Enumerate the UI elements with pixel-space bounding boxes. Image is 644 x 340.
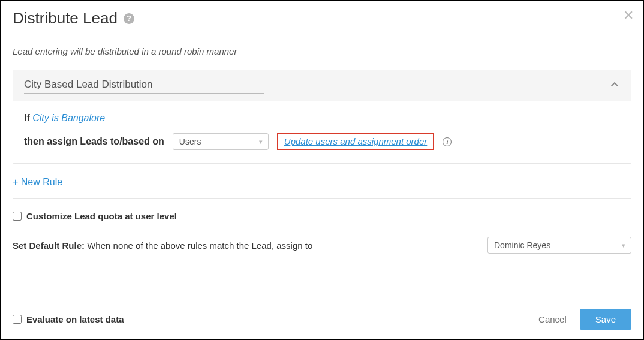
- rule-card-header[interactable]: [13, 70, 631, 101]
- update-assignment-link[interactable]: Update users and assignment order: [284, 136, 427, 146]
- chevron-down-icon: ▾: [622, 242, 625, 249]
- update-link-highlight: Update users and assignment order: [277, 133, 434, 150]
- help-icon[interactable]: ?: [124, 13, 134, 24]
- if-keyword: If: [24, 113, 30, 123]
- rule-card: If City is Bangalore then assign Leads t…: [13, 70, 631, 164]
- new-rule-button[interactable]: + New Rule: [13, 177, 62, 188]
- modal-header: Distribute Lead ? ✕: [1, 1, 643, 34]
- cancel-button[interactable]: Cancel: [538, 314, 567, 324]
- evaluate-row[interactable]: Evaluate on latest data: [13, 314, 124, 324]
- rule-name-input[interactable]: [24, 77, 264, 94]
- modal-footer: Evaluate on latest data Cancel Save: [1, 299, 643, 339]
- save-button[interactable]: Save: [580, 309, 631, 330]
- chevron-up-icon[interactable]: [609, 79, 620, 92]
- modal-title-row: Distribute Lead ?: [13, 9, 134, 28]
- default-assignee-value: Dominic Reyes: [494, 240, 550, 250]
- section-divider: [13, 198, 631, 199]
- modal-body: Lead entering will be distributed in a r…: [1, 34, 643, 266]
- customize-quota-row[interactable]: Customize Lead quota at user level: [13, 211, 631, 221]
- rule-if-line: If City is Bangalore: [24, 113, 620, 124]
- footer-actions: Cancel Save: [538, 309, 631, 330]
- assign-target-select[interactable]: Users ▾: [173, 133, 269, 150]
- close-icon[interactable]: ✕: [623, 8, 634, 23]
- default-rule-label: Set Default Rule: When none of the above…: [13, 240, 312, 251]
- customize-quota-checkbox[interactable]: [13, 212, 22, 221]
- assign-target-value: Users: [179, 137, 201, 146]
- evaluate-checkbox[interactable]: [13, 315, 22, 324]
- customize-quota-label: Customize Lead quota at user level: [26, 211, 177, 221]
- default-rule-row: Set Default Rule: When none of the above…: [13, 237, 631, 254]
- modal-title: Distribute Lead: [13, 9, 118, 28]
- default-rule-label-rest: When none of the above rules match the L…: [85, 240, 312, 251]
- default-rule-label-strong: Set Default Rule:: [13, 240, 85, 251]
- rule-condition-link[interactable]: City is Bangalore: [32, 113, 105, 123]
- rule-card-body: If City is Bangalore then assign Leads t…: [13, 101, 631, 163]
- info-icon[interactable]: i: [443, 137, 452, 146]
- subtitle-text: Lead entering will be distributed in a r…: [13, 46, 631, 56]
- then-keyword: then assign Leads to/based on: [24, 136, 164, 147]
- chevron-down-icon: ▾: [259, 138, 263, 146]
- evaluate-label: Evaluate on latest data: [26, 314, 124, 324]
- default-assignee-select[interactable]: Dominic Reyes ▾: [487, 237, 631, 254]
- rule-assign-line: then assign Leads to/based on Users ▾ Up…: [24, 133, 620, 150]
- distribute-lead-modal: Distribute Lead ? ✕ Lead entering will b…: [0, 0, 644, 340]
